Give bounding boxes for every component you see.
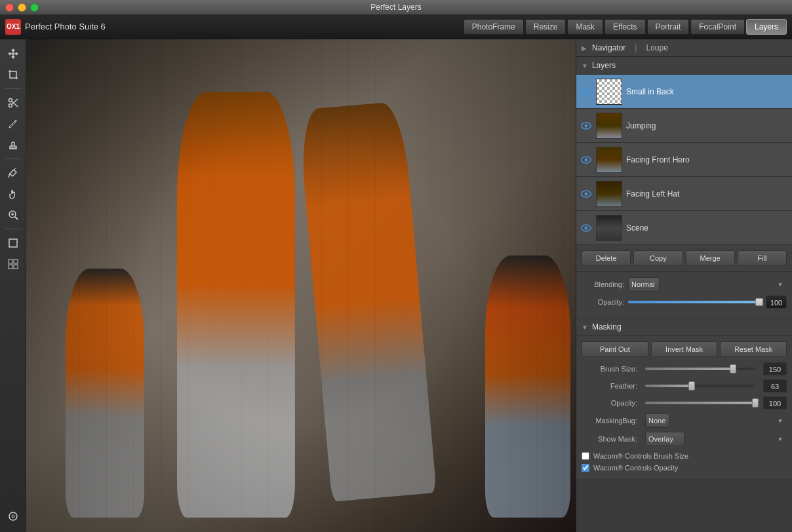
- crop-tool[interactable]: [4, 66, 22, 84]
- view-tool[interactable]: [4, 255, 22, 273]
- show-mask-select[interactable]: Overlay None Grayscale: [645, 432, 684, 446]
- opacity-slider[interactable]: [628, 301, 762, 303]
- masking-buttons: Paint Out Invert Mask Reset Mask: [582, 341, 787, 357]
- zoom-tool[interactable]: [4, 206, 22, 224]
- svg-point-21: [585, 90, 588, 93]
- main-toolbar: OX1 Perfect Photo Suite 6 PhotoFrame Res…: [0, 14, 792, 39]
- layer-item-small-in-back[interactable]: Small in Back: [576, 75, 792, 109]
- masking-bug-wrapper: None Soft Hard ▼: [645, 413, 787, 428]
- window-controls: [5, 3, 39, 12]
- invert-mask-button[interactable]: Invert Mask: [651, 341, 718, 357]
- layer-thumb-scene: [596, 215, 622, 241]
- masking-bug-select[interactable]: None Soft Hard: [645, 413, 669, 428]
- nav-portrait[interactable]: Portrait: [647, 19, 690, 35]
- tool-divider-1: [5, 88, 22, 89]
- masking-arrow[interactable]: ▼: [582, 324, 588, 331]
- title-bar: Perfect Layers: [0, 0, 792, 14]
- blending-select-wrapper: Normal Multiply Screen Overlay ▼: [628, 277, 787, 292]
- layer-item-facing-front-hero[interactable]: Facing Front Hero: [576, 143, 792, 177]
- masking-content: Paint Out Invert Mask Reset Mask Brush S…: [576, 336, 792, 479]
- reset-mask-button[interactable]: Reset Mask: [720, 341, 787, 357]
- wacom-brush-label[interactable]: Wacom® Controls Brush Size: [593, 452, 688, 460]
- layer-visibility-small-in-back[interactable]: [580, 86, 592, 98]
- layer-item-jumping[interactable]: Jumping: [576, 109, 792, 143]
- masking-bug-arrow: ▼: [778, 418, 783, 424]
- feather-label: Feather:: [582, 382, 637, 390]
- opacity-label: Opacity:: [582, 298, 624, 306]
- loupe-label[interactable]: Loupe: [646, 43, 667, 52]
- layer-name-jumping: Jumping: [626, 121, 788, 130]
- merge-layer-button[interactable]: Merge: [686, 250, 735, 266]
- layer-item-scene[interactable]: Scene: [576, 211, 792, 245]
- layer-item-facing-left-hat[interactable]: Facing Left Hat: [576, 177, 792, 211]
- wacom-opacity-label[interactable]: Wacom® Controls Opacity: [593, 464, 678, 472]
- show-mask-wrapper: Overlay None Grayscale ▼: [645, 432, 787, 446]
- canvas-area[interactable]: [26, 39, 576, 532]
- layer-visibility-scene[interactable]: [580, 222, 592, 234]
- masking-opacity-value[interactable]: 100: [763, 396, 787, 409]
- show-mask-label: Show Mask:: [582, 435, 637, 443]
- layer-name-small-in-back: Small in Back: [626, 87, 788, 96]
- nav-layers[interactable]: Layers: [746, 19, 787, 35]
- layer-thumb-small-in-back: [596, 79, 622, 105]
- layer-name-facing-front-hero: Facing Front Hero: [626, 155, 788, 164]
- nav-focalpoint[interactable]: FocalPoint: [690, 19, 745, 35]
- right-panel: ▶ Navigator | Loupe ▼ Layers: [576, 39, 792, 532]
- feather-row: Feather: 63: [582, 379, 787, 392]
- svg-rect-16: [9, 265, 12, 269]
- nav-mask[interactable]: Mask: [567, 19, 603, 35]
- copy-layer-button[interactable]: Copy: [633, 250, 683, 266]
- navigator-header: ▶ Navigator | Loupe: [576, 39, 792, 56]
- maximize-window-btn[interactable]: [30, 3, 39, 12]
- panel-spacer: [576, 479, 792, 532]
- rect-tool[interactable]: [4, 234, 22, 252]
- canvas-image: [26, 39, 576, 532]
- layer-visibility-jumping[interactable]: [580, 120, 592, 132]
- delete-layer-button[interactable]: Delete: [582, 250, 631, 266]
- svg-point-0: [9, 104, 12, 107]
- nav-resize[interactable]: Resize: [525, 19, 566, 35]
- brush-tool[interactable]: [4, 115, 22, 133]
- svg-point-25: [585, 158, 588, 161]
- stamp-tool[interactable]: [4, 136, 22, 154]
- brush-size-value[interactable]: 150: [763, 362, 787, 375]
- layer-visibility-facing-left-hat[interactable]: [580, 188, 592, 200]
- fill-layer-button[interactable]: Fill: [738, 250, 787, 266]
- hand-tool[interactable]: [4, 185, 22, 203]
- layer-visibility-facing-front-hero[interactable]: [580, 154, 592, 166]
- logo-icon: OX1: [5, 19, 21, 35]
- masking-opacity-row: Opacity: 100: [582, 396, 787, 409]
- brush-size-slider[interactable]: [645, 368, 755, 370]
- wacom-brush-row: Wacom® Controls Brush Size: [582, 450, 787, 462]
- show-mask-arrow: ▼: [778, 436, 783, 442]
- close-window-btn[interactable]: [5, 3, 14, 12]
- minimize-window-btn[interactable]: [18, 3, 26, 12]
- svg-point-1: [9, 99, 12, 102]
- feather-slider[interactable]: [645, 385, 755, 387]
- opacity-value[interactable]: 100: [766, 295, 787, 309]
- paint-out-button[interactable]: Paint Out: [582, 341, 648, 357]
- blending-select[interactable]: Normal Multiply Screen Overlay: [628, 277, 660, 292]
- wacom-opacity-row: Wacom® Controls Opacity: [582, 462, 787, 474]
- tool-divider-3: [5, 229, 22, 229]
- navigator-label: Navigator: [592, 43, 625, 52]
- layers-label: Layers: [592, 61, 616, 70]
- svg-line-7: [9, 174, 10, 178]
- feather-value[interactable]: 63: [763, 379, 787, 392]
- svg-rect-5: [10, 146, 16, 148]
- nav-photoframe[interactable]: PhotoFrame: [464, 19, 524, 35]
- layers-arrow[interactable]: ▼: [582, 62, 588, 69]
- nav-effects[interactable]: Effects: [604, 19, 645, 35]
- masking-opacity-slider[interactable]: [645, 402, 755, 404]
- wacom-opacity-checkbox[interactable]: [582, 464, 589, 472]
- svg-point-19: [12, 515, 14, 518]
- svg-point-29: [585, 226, 588, 229]
- eyedrop-tool[interactable]: [4, 164, 22, 182]
- wacom-brush-checkbox[interactable]: [582, 452, 589, 460]
- navigator-arrow[interactable]: ▶: [582, 45, 587, 52]
- move-tool[interactable]: [4, 45, 22, 63]
- svg-point-18: [9, 512, 17, 520]
- blending-row: Blending: Normal Multiply Screen Overlay…: [582, 277, 787, 292]
- extra-tool-1[interactable]: [4, 507, 22, 525]
- scissors-tool[interactable]: [4, 94, 22, 112]
